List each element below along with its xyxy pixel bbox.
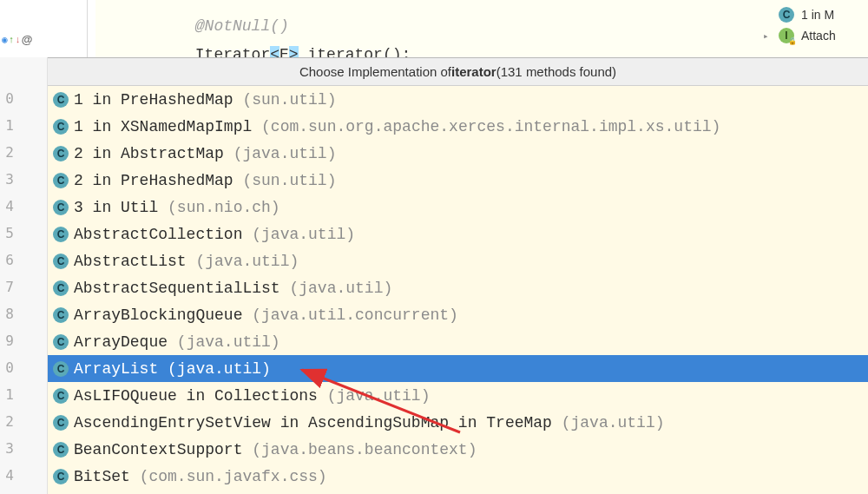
- class-icon: C: [53, 92, 69, 108]
- list-item[interactable]: C1 in PreHashedMap (sun.util): [48, 86, 868, 113]
- chevron-right-icon[interactable]: ▸: [763, 30, 772, 42]
- popup-title-method: iterator: [451, 64, 496, 79]
- list-item-name: 3 in Util: [74, 199, 168, 216]
- gutter: ◉ ↑ ↓ @: [0, 0, 48, 57]
- class-icon: C: [53, 173, 69, 188]
- implementation-popup: Choose Implementation of iterator (131 m…: [48, 57, 868, 494]
- list-item-name: ArrayDeque: [74, 333, 177, 351]
- class-icon: C: [53, 442, 69, 458]
- structure-item[interactable]: C 1 in M: [760, 4, 868, 25]
- class-icon: C: [53, 415, 69, 431]
- list-item-package: (java.util): [168, 360, 271, 378]
- line-number: 8: [2, 300, 14, 327]
- popup-title: Choose Implementation of iterator (131 m…: [48, 58, 868, 86]
- line-number-gutter: 0 1 2 3 4 5 6 7 8 9 0 1 2 3 4: [0, 57, 48, 494]
- class-icon: C: [53, 361, 69, 377]
- list-item-name: 1 in PreHashedMap: [74, 91, 242, 109]
- structure-panel: C 1 in M ▸ I🔒 Attach: [760, 4, 868, 46]
- class-icon: C: [53, 280, 69, 296]
- line-number: 6: [2, 247, 14, 273]
- class-icon: C: [53, 200, 69, 215]
- class-icon: C: [779, 7, 794, 23]
- list-item-package: (sun.util): [242, 172, 336, 189]
- arrow-up-icon[interactable]: ↑: [9, 35, 15, 45]
- list-item-package: (java.util): [562, 414, 665, 431]
- line-number: 3: [2, 435, 14, 462]
- list-item[interactable]: CArrayBlockingQueue (java.util.concurren…: [48, 301, 868, 328]
- list-item-name: 2 in AbstractMap: [74, 145, 233, 162]
- line-number: 0: [2, 354, 14, 381]
- code-editor[interactable]: @NotNull() Iterator<E> iterator();: [95, 0, 868, 57]
- list-item-package: (java.util.concurrent): [252, 306, 458, 324]
- list-item[interactable]: C2 in AbstractMap (java.util): [48, 140, 868, 167]
- list-item[interactable]: CAscendingEntrySetView in AscendingSubMa…: [48, 409, 868, 436]
- list-item[interactable]: C3 in Util (sun.nio.ch): [48, 194, 868, 221]
- arrow-down-icon[interactable]: ↓: [15, 35, 21, 45]
- list-item-package: (java.util): [252, 226, 355, 243]
- list-item[interactable]: CArrayList (java.util): [48, 355, 868, 382]
- list-item[interactable]: CBeanContextSupport (java.beans.beancont…: [48, 436, 868, 463]
- list-item-name: ArrayList: [74, 360, 168, 378]
- class-icon: C: [53, 119, 69, 135]
- list-item-name: BitSet: [74, 468, 140, 485]
- line-number: 1: [2, 381, 14, 408]
- structure-label: 1 in M: [801, 8, 834, 22]
- structure-label: Attach: [801, 29, 836, 43]
- list-item-name: AsLIFOQueue in Collections: [74, 387, 327, 405]
- list-item-package: (java.util): [289, 280, 392, 297]
- list-item-name: 1 in XSNamedMapImpl: [74, 118, 261, 135]
- line-number: 3: [2, 166, 14, 193]
- structure-item[interactable]: ▸ I🔒 Attach: [760, 25, 868, 46]
- line-number: 5: [2, 220, 14, 247]
- list-item-name: AbstractCollection: [74, 226, 252, 243]
- line-number: 2: [2, 139, 14, 166]
- line-number: 4: [2, 462, 14, 489]
- lock-icon: 🔒: [788, 37, 797, 45]
- list-item[interactable]: CAbstractList (java.util): [48, 247, 868, 274]
- list-item-package: (java.util): [195, 253, 299, 270]
- class-icon: C: [53, 254, 69, 269]
- popup-title-suffix: (131 methods found): [496, 64, 616, 79]
- line-number: 9: [2, 327, 14, 354]
- class-icon: C: [53, 307, 69, 323]
- popup-title-prefix: Choose Implementation of: [299, 64, 451, 79]
- override-icon[interactable]: ◉: [2, 34, 8, 45]
- interface-icon: I🔒: [779, 28, 794, 43]
- list-item[interactable]: CBitSet (com.sun.javafx.css): [48, 463, 868, 490]
- list-item-name: 2 in PreHashedMap: [74, 172, 242, 189]
- line-number: 0: [2, 85, 14, 112]
- list-item[interactable]: CAbstractSequentialList (java.util): [48, 274, 868, 301]
- list-item-package: (java.util): [177, 333, 280, 351]
- list-item-package: (java.util): [233, 145, 337, 162]
- class-icon: C: [53, 227, 69, 242]
- list-item-name: AscendingEntrySetView in AscendingSubMap…: [74, 414, 562, 431]
- list-item[interactable]: CAsLIFOQueue in Collections (java.util): [48, 382, 868, 409]
- class-icon: C: [53, 146, 69, 161]
- list-item[interactable]: C2 in PreHashedMap (sun.util): [48, 167, 868, 194]
- class-icon: C: [53, 334, 69, 350]
- line-number: 2: [2, 408, 14, 435]
- popup-list[interactable]: C1 in PreHashedMap (sun.util)C1 in XSNam…: [48, 86, 868, 494]
- line-number: 7: [2, 273, 14, 300]
- list-item-name: AbstractSequentialList: [74, 280, 289, 297]
- list-item[interactable]: CArrayDeque (java.util): [48, 328, 868, 355]
- list-item-package: (com.sun.org.apache.xerces.internal.impl…: [261, 118, 720, 135]
- list-item-package: (java.util): [327, 387, 431, 405]
- list-item-name: BeanContextSupport: [74, 441, 252, 458]
- class-icon: C: [53, 388, 69, 404]
- list-item-package: (java.beans.beancontext): [252, 441, 477, 458]
- line-number: 1: [2, 112, 14, 139]
- list-item[interactable]: C1 in XSNamedMapImpl (com.sun.org.apache…: [48, 113, 868, 140]
- class-icon: C: [53, 469, 69, 484]
- annotation-icon[interactable]: @: [22, 33, 33, 46]
- line-number: 4: [2, 193, 14, 220]
- list-item-package: (sun.nio.ch): [168, 199, 280, 216]
- list-item[interactable]: CAbstractCollection (java.util): [48, 221, 868, 247]
- list-item-name: ArrayBlockingQueue: [74, 306, 252, 324]
- list-item-name: AbstractList: [74, 253, 195, 270]
- gutter-icons: ◉ ↑ ↓ @: [2, 33, 33, 46]
- gutter-border: [87, 0, 88, 57]
- list-item-package: (sun.util): [242, 91, 336, 109]
- list-item-package: (com.sun.javafx.css): [140, 468, 327, 485]
